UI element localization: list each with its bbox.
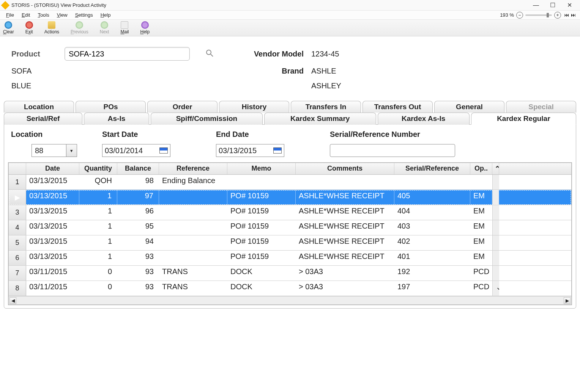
table-row[interactable]: 103/13/2015QOH98Ending Balance [9,175,571,190]
tab-order[interactable]: Order [147,101,218,113]
brand-label: Brand [220,67,311,75]
cell-comments: ASHLE*WHSE RECEIPT [296,190,394,205]
exit-button[interactable]: Exit [25,21,33,34]
search-icon[interactable] [205,49,214,58]
kardex-grid: Date Quantity Balance Reference Memo Com… [8,162,572,305]
menu-file[interactable]: File [2,11,18,19]
zoom-out-button[interactable]: − [516,12,523,19]
exit-icon [25,21,33,29]
nav-last-icon[interactable]: ⏭ [570,12,576,19]
cell-balance: 95 [117,220,159,235]
scroll-track[interactable] [492,175,499,190]
table-row[interactable]: 303/13/2015196PO# 10159ASHLE*WHSE RECEIP… [9,205,571,220]
mail-button[interactable]: Mail [120,21,129,34]
close-button[interactable]: ✕ [561,0,578,11]
cell-serial: 192 [394,266,470,281]
zoom-in-button[interactable]: + [554,12,561,19]
tab-history[interactable]: History [219,101,289,113]
serial-input[interactable] [330,144,455,157]
calendar-icon[interactable] [159,147,168,154]
cell-comments: > 03A3 [296,281,394,296]
cell-memo: PO# 10159 [227,205,296,220]
menu-tools[interactable]: Tools [34,11,53,19]
menu-edit[interactable]: Edit [18,11,34,19]
end-date-field[interactable]: 03/13/2015 [216,144,284,157]
cell-op [470,175,492,190]
app-icon [1,1,10,9]
col-op[interactable]: Op.. [470,163,492,174]
table-row[interactable]: 503/13/2015194PO# 10159ASHLE*WHSE RECEIP… [9,235,571,251]
cell-balance: 94 [117,235,159,250]
menu-view[interactable]: View [53,11,71,19]
end-date-value: 03/13/2015 [219,146,257,155]
col-reference[interactable]: Reference [159,163,227,174]
col-serial[interactable]: Serial/Reference [394,163,470,174]
cell-op: EM [470,205,492,220]
cell-op: EM [470,190,492,205]
scroll-track[interactable] [492,190,499,205]
col-quantity[interactable]: Quantity [79,163,117,174]
tab-spiff-commission[interactable]: Spiff/Commission [151,113,263,125]
tab-transfers-out[interactable]: Transfers Out [362,101,433,113]
brand-value: ASHLE [311,67,410,75]
product-input[interactable] [65,47,190,61]
table-row[interactable]: 403/13/2015195PO# 10159ASHLE*WHSE RECEIP… [9,220,571,235]
tab-kardex-summary[interactable]: Kardex Summary [264,113,376,125]
col-date[interactable]: Date [26,163,79,174]
clear-button[interactable]: Clear [3,21,14,34]
cell-date: 03/11/2015 [26,281,79,296]
cell-reference: TRANS [159,281,227,296]
location-select[interactable]: 88 ▾ [32,144,77,157]
scroll-track[interactable] [492,220,499,235]
scroll-right-button[interactable]: ▶ [564,297,571,304]
cell-date: 03/13/2015 [26,251,79,265]
tab-location[interactable]: Location [4,101,74,113]
col-balance[interactable]: Balance [117,163,159,174]
cell-quantity: 1 [79,220,117,235]
scroll-track[interactable] [492,266,499,281]
minimize-button[interactable]: — [528,0,544,11]
toolbar: Clear Exit Actions Previous Next Mail He… [0,20,580,36]
col-memo[interactable]: Memo [227,163,296,174]
cell-balance: 96 [117,205,159,220]
scroll-track[interactable]: ⌄ [492,281,499,296]
table-row[interactable]: ▶03/13/2015197PO# 10159ASHLE*WHSE RECEIP… [9,190,571,205]
table-row[interactable]: 703/11/2015093TRANSDOCK> 03A3192PCD [9,266,571,281]
tab-transfers-in[interactable]: Transfers In [291,101,361,113]
scroll-track[interactable] [492,251,499,265]
table-row[interactable]: 803/11/2015093TRANSDOCK> 03A3197PCD⌄ [9,281,571,296]
nav-first-icon[interactable]: ⏮ [563,12,569,19]
help-button[interactable]: Help [140,21,150,34]
col-comments[interactable]: Comments [296,163,394,174]
scroll-track[interactable] [492,235,499,250]
product-desc2: BLUE [11,82,65,90]
cell-reference: Ending Balance [159,175,227,190]
svg-point-0 [206,50,211,55]
table-row[interactable]: 603/13/2015193PO# 10159ASHLE*WHSE RECEIP… [9,251,571,266]
start-date-field[interactable]: 03/01/2014 [102,144,170,157]
tab-general[interactable]: General [434,101,504,113]
tab-special[interactable]: Special [506,101,576,113]
chevron-down-icon[interactable]: ▾ [66,144,77,157]
tab-as-is[interactable]: As-Is [84,113,149,125]
tab-kardex-regular[interactable]: Kardex Regular [471,113,576,125]
cell-reference [159,235,227,250]
tab-serial-ref[interactable]: Serial/Ref [4,113,82,125]
tab-kardex-as-is[interactable]: Kardex As-Is [378,113,470,125]
scroll-left-button[interactable]: ◀ [9,297,16,304]
product-label: Product [11,50,65,58]
maximize-button[interactable]: ☐ [544,0,561,11]
horizontal-scrollbar[interactable]: ◀ ▶ [9,296,571,304]
scroll-track[interactable] [492,205,499,220]
grid-body: 103/13/2015QOH98Ending Balance▶03/13/201… [9,175,571,296]
menu-settings[interactable]: Settings [71,11,97,19]
cell-op: PCD [470,281,492,296]
tab-pos[interactable]: POs [76,101,146,113]
zoom-slider[interactable] [525,14,552,16]
actions-button[interactable]: Actions [44,21,59,34]
calendar-icon[interactable] [273,147,282,154]
scroll-up-button[interactable]: ⌃ [492,163,499,174]
help-icon [141,21,149,29]
titlebar: STORIS - (STORISU) View Product Activity… [0,0,580,11]
menu-help[interactable]: Help [97,11,115,19]
